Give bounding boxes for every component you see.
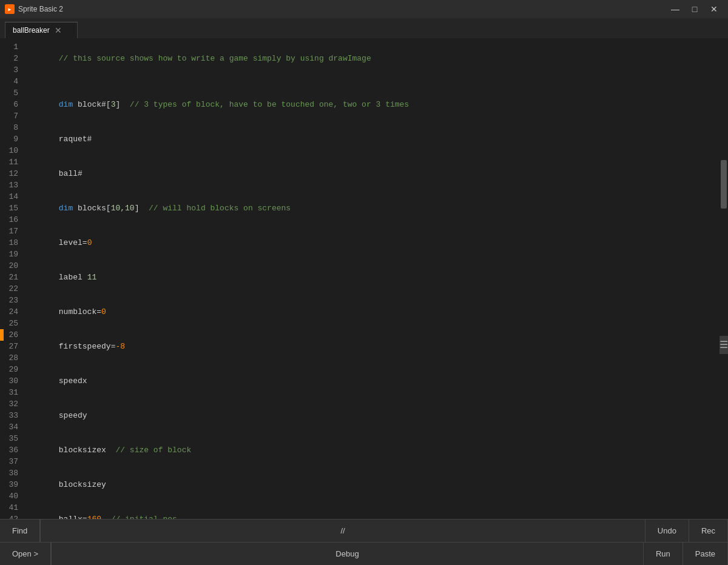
line-indicator (0, 329, 4, 341)
tab-label: ballBreaker (13, 26, 50, 35)
line-num: 11 (5, 156, 18, 168)
code-line-8: label 11 (30, 260, 715, 295)
paste-button[interactable]: Paste (683, 543, 728, 566)
line-num: 22 (5, 283, 18, 295)
title-bar-left: ▶ Sprite Basic 2 (5, 4, 63, 14)
line-num: 27 (5, 341, 18, 352)
line-num: 4 (5, 76, 18, 87)
code-line-5: ball# (30, 156, 715, 191)
scrollbar-thumb[interactable] (721, 160, 727, 209)
line-num: 9 (5, 133, 18, 145)
line-numbers: 1 2 3 4 5 6 7 8 9 10 11 12 13 14 15 16 1… (0, 39, 25, 519)
code-line-13: blocksizex // size of block (30, 433, 715, 467)
line-num: 2 (5, 53, 18, 64)
code-line-4: raquet# (30, 122, 715, 156)
code-line-6: dim blocks[10,10] // will hold blocks on… (30, 191, 715, 226)
code-line-3: dim block#[3] // 3 types of block, have … (30, 87, 715, 122)
line-num: 17 (5, 226, 18, 237)
line-num: 35 (5, 433, 18, 444)
line-num: 1 (5, 41, 18, 53)
code-line-15: ballx=160 // initial pos (30, 502, 715, 519)
line-num: 3 (5, 64, 18, 76)
scrollbar[interactable]: ☰ (720, 39, 728, 519)
line-num: 36 (5, 444, 18, 456)
line-num: 24 (5, 306, 18, 318)
hamburger-icon: ☰ (720, 339, 728, 351)
title-controls[interactable]: — □ ✕ (666, 3, 723, 15)
line-num: 10 (5, 145, 18, 156)
code-line-11: speedx (30, 364, 715, 398)
maximize-button[interactable]: □ (686, 3, 704, 15)
line-num: 23 (5, 295, 18, 306)
code-line-2 (30, 76, 715, 87)
line-num: 15 (5, 202, 18, 214)
line-num: 38 (5, 467, 18, 479)
line-num: 18 (5, 237, 18, 249)
line-num: 12 (5, 168, 18, 179)
editor-container: 1 2 3 4 5 6 7 8 9 10 11 12 13 14 15 16 1… (0, 39, 728, 519)
line-num: 28 (5, 352, 18, 364)
bottom-toolbar: Find // Undo Rec (0, 519, 728, 542)
code-line-9: numblock=0 (30, 295, 715, 329)
open-button[interactable]: Open > (0, 543, 51, 566)
close-button[interactable]: ✕ (705, 3, 723, 15)
line-num: 31 (5, 387, 18, 398)
line-num: 6 (5, 99, 18, 110)
line-num: 33 (5, 410, 18, 421)
line-num: 42 (5, 513, 18, 519)
line-num: 25 (5, 318, 18, 329)
tab-bar: ballBreaker ✕ (0, 18, 728, 39)
line-num: 37 (5, 456, 18, 467)
line-num: 32 (5, 398, 18, 410)
scrollbar-icon[interactable]: ☰ (720, 336, 728, 354)
code-editor[interactable]: // this source shows how to write a game… (25, 39, 720, 519)
bottom-toolbar2: Open > Debug Run Paste (0, 542, 728, 565)
line-num: 26 (5, 329, 18, 341)
line-num: 7 (5, 110, 18, 122)
line-num: 40 (5, 490, 18, 502)
code-line-1: // this source shows how to write a game… (30, 41, 715, 76)
line-num: 21 (5, 272, 18, 283)
line-num: 16 (5, 214, 18, 226)
undo-button[interactable]: Undo (645, 520, 689, 543)
line-num: 41 (5, 502, 18, 513)
debug-button[interactable]: Debug (51, 543, 644, 566)
line-num: 34 (5, 421, 18, 433)
line-num: 19 (5, 249, 18, 260)
code-line-7: level=0 (30, 226, 715, 260)
line-num: 14 (5, 191, 18, 202)
code-line-12: speedy (30, 398, 715, 433)
tab-ballbreaker[interactable]: ballBreaker ✕ (5, 22, 78, 38)
find-button[interactable]: Find (0, 520, 40, 543)
line-num: 30 (5, 375, 18, 387)
line-num: 39 (5, 479, 18, 490)
line-num: 29 (5, 364, 18, 375)
line-num: 8 (5, 122, 18, 133)
code-line-10: firstspeedy=-8 (30, 329, 715, 364)
rec-button[interactable]: Rec (689, 520, 728, 543)
tab-close-icon[interactable]: ✕ (55, 26, 62, 35)
run-button[interactable]: Run (644, 543, 683, 566)
line-num: 13 (5, 179, 18, 191)
title-bar: ▶ Sprite Basic 2 — □ ✕ (0, 0, 728, 18)
minimize-button[interactable]: — (666, 3, 684, 15)
line-num: 20 (5, 260, 18, 272)
code-line-14: blocksizey (30, 467, 715, 502)
line-num: 5 (5, 87, 18, 99)
app-icon: ▶ (5, 4, 15, 14)
title-text: Sprite Basic 2 (18, 5, 63, 13)
comment-button[interactable]: // (40, 520, 645, 543)
